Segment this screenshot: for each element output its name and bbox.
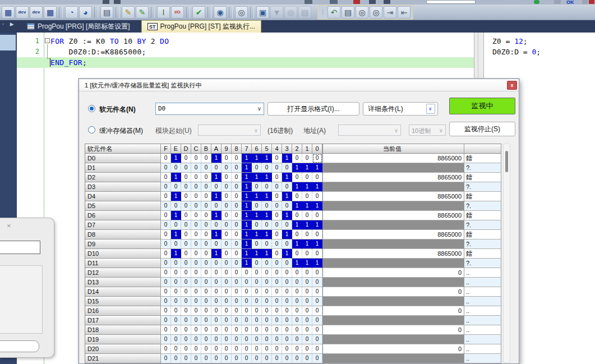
device-name-cell[interactable]: D4 (85, 192, 161, 201)
bit-cell[interactable]: 0 (232, 163, 242, 173)
bit-cell[interactable]: 0 (302, 316, 312, 325)
bit-cell[interactable]: 0 (282, 239, 292, 249)
bit-cell[interactable]: 0 (171, 344, 181, 354)
bit-cell[interactable]: 1 (262, 192, 272, 201)
bit-cell[interactable]: 0 (181, 344, 191, 354)
bit-cell[interactable]: 0 (201, 211, 211, 220)
bit-cell[interactable]: 0 (161, 316, 171, 325)
bit-cell[interactable]: 0 (171, 325, 181, 335)
bit-cell[interactable]: 0 (181, 325, 191, 335)
bit-cell[interactable]: 0 (201, 316, 211, 325)
undo-edit-icon[interactable]: ↶ (328, 6, 340, 19)
code-line[interactable]: D0Z0:D:=K8865000; (17, 47, 474, 57)
bit-cell[interactable]: 0 (252, 220, 262, 230)
device-batch-monitor-icon[interactable]: dev (16, 6, 29, 19)
buffer-memory-radio[interactable] (88, 126, 95, 133)
bit-cell[interactable]: 0 (282, 306, 292, 316)
bit-cell[interactable]: 1 (302, 182, 312, 192)
bit-cell[interactable]: 1 (282, 249, 292, 259)
document-list-icon[interactable]: ▤ (100, 6, 113, 19)
bit-cell[interactable]: 0 (302, 335, 312, 344)
bit-cell[interactable]: 1 (262, 211, 272, 220)
bit-cell[interactable]: 0 (302, 325, 312, 335)
io-assignment-icon[interactable]: I/O (171, 6, 184, 19)
bit-cell[interactable]: 0 (282, 259, 292, 268)
bit-cell[interactable]: 1 (262, 249, 272, 259)
bit-cell[interactable]: 0 (252, 354, 262, 363)
bit-cell[interactable]: 1 (292, 182, 302, 192)
bit-cell[interactable]: 0 (312, 154, 322, 163)
bit-cell[interactable]: 0 (272, 220, 282, 230)
bit-cell[interactable]: 1 (171, 230, 181, 239)
open-display-format-button[interactable]: 打开显示格式(I)... (267, 102, 359, 116)
current-value-cell[interactable]: 8865000 (322, 230, 464, 239)
bit-cell[interactable]: 0 (191, 297, 201, 306)
bit-cell[interactable]: 0 (272, 182, 282, 192)
bit-cell[interactable]: 0 (282, 268, 292, 278)
bit-cell[interactable]: 1 (242, 201, 252, 211)
bit-cell[interactable]: 0 (191, 239, 201, 249)
detail-condition-button[interactable]: 详细条件(L) » (363, 102, 438, 116)
bit-cell[interactable]: 0 (222, 182, 232, 192)
current-value-cell[interactable]: 0 (322, 325, 464, 335)
bit-cell[interactable]: 0 (211, 268, 222, 278)
bit-cell[interactable]: 0 (201, 297, 211, 306)
bit-cell[interactable]: 0 (232, 259, 242, 268)
find-window-icon[interactable]: ▣ (256, 6, 269, 19)
bit-cell[interactable]: 1 (252, 192, 262, 201)
bit-cell[interactable]: 0 (211, 344, 222, 354)
current-value-cell[interactable] (322, 239, 464, 249)
bit-cell[interactable]: 0 (201, 325, 211, 335)
bit-cell[interactable]: 0 (252, 278, 262, 287)
bit-cell[interactable]: 0 (282, 220, 292, 230)
bit-cell[interactable]: 0 (161, 249, 171, 259)
label-edit-icon[interactable]: I (157, 6, 170, 19)
bit-cell[interactable]: 0 (252, 163, 262, 173)
bit-cell[interactable]: 0 (292, 325, 302, 335)
bit-cell[interactable]: 1 (242, 154, 252, 163)
bit-cell[interactable]: 0 (222, 211, 232, 220)
bit-cell[interactable]: 0 (191, 325, 201, 335)
bit-cell[interactable]: 1 (292, 239, 302, 249)
current-value-cell[interactable] (322, 259, 464, 268)
current-value-cell[interactable]: 8865000 (322, 211, 464, 220)
device-name-cell[interactable]: D18 (85, 325, 161, 335)
current-value-cell[interactable] (322, 335, 464, 344)
bit-cell[interactable]: 0 (191, 230, 201, 239)
bit-cell[interactable]: 0 (161, 239, 171, 249)
bit-cell[interactable]: 0 (201, 192, 211, 201)
bit-cell[interactable]: 0 (312, 249, 322, 259)
bit-cell[interactable]: 0 (191, 173, 201, 182)
bit-cell[interactable]: 0 (272, 173, 282, 182)
bit-cell[interactable]: 0 (191, 163, 201, 173)
bit-cell[interactable]: 0 (161, 306, 171, 316)
bit-cell[interactable]: 1 (211, 230, 222, 239)
device-name-cell[interactable]: D7 (85, 220, 161, 230)
bit-cell[interactable]: 0 (312, 278, 322, 287)
bit-cell[interactable]: 0 (201, 230, 211, 239)
bit-cell[interactable]: 0 (232, 268, 242, 278)
device-name-cell[interactable]: D6 (85, 211, 161, 220)
bit-cell[interactable]: 0 (171, 163, 181, 173)
bit-cell[interactable]: 0 (292, 278, 302, 287)
bit-cell[interactable]: 0 (161, 297, 171, 306)
find-options-list[interactable] (0, 265, 43, 334)
bit-cell[interactable]: 0 (171, 220, 181, 230)
bit-cell[interactable]: 1 (302, 220, 312, 230)
bit-cell[interactable]: 0 (222, 325, 232, 335)
bit-cell[interactable]: 1 (262, 173, 272, 182)
bit-cell[interactable]: 0 (181, 154, 191, 163)
monitor-mode-icon[interactable]: ◉ (214, 6, 227, 19)
bit-cell[interactable]: 0 (181, 278, 191, 287)
bit-cell[interactable]: 0 (292, 192, 302, 201)
current-value-cell[interactable] (322, 316, 464, 325)
bit-cell[interactable]: 0 (252, 325, 262, 335)
bit-cell[interactable]: 0 (312, 344, 322, 354)
bit-cell[interactable]: 0 (211, 325, 222, 335)
stop-monitoring-button[interactable]: 监视停止(S) (449, 122, 515, 136)
bit-cell[interactable]: 0 (302, 249, 312, 259)
bit-cell[interactable]: 0 (292, 173, 302, 182)
bit-cell[interactable]: 0 (181, 354, 191, 363)
code-line[interactable]: END_FOR; (17, 57, 474, 68)
bit-cell[interactable]: 0 (161, 220, 171, 230)
